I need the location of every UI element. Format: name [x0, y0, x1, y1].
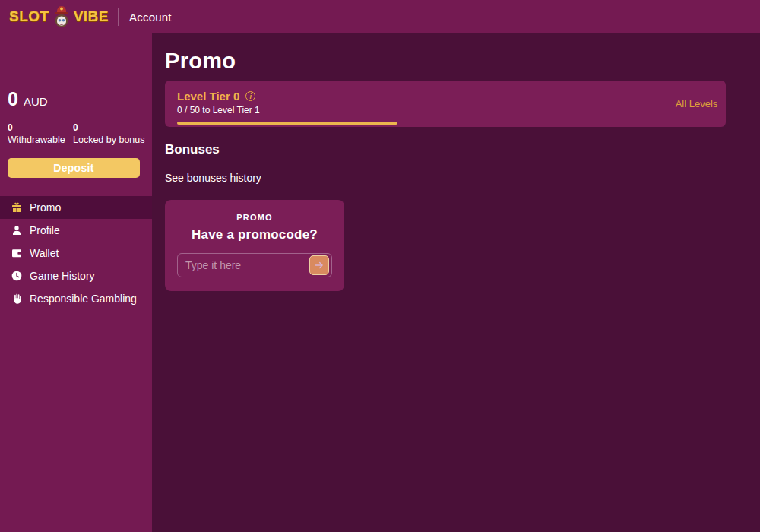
level-tier-info: Level Tier 0 0 / 50 to Level Tier 1 — [165, 81, 667, 127]
locked-balance: 0 Locked by bonus — [73, 122, 138, 145]
header: SLOT VIBE Account — [0, 0, 760, 33]
info-icon[interactable] — [245, 91, 255, 101]
level-progress-bar — [177, 122, 397, 125]
wallet-icon — [11, 247, 23, 259]
sidebar-item-label: Promo — [30, 201, 61, 214]
sidebar-item-profile[interactable]: Profile — [0, 219, 152, 242]
promocode-card: PROMO Have a promocode? — [165, 200, 344, 291]
promo-badge: PROMO — [177, 213, 332, 222]
all-levels-button[interactable]: All Levels — [667, 90, 726, 118]
locked-value: 0 — [73, 122, 138, 133]
bonuses-heading: Bonuses — [165, 142, 726, 157]
clock-icon — [11, 270, 23, 282]
sidebar-item-promo[interactable]: Promo — [0, 196, 152, 219]
bonuses-history-link[interactable]: See bonuses history — [165, 172, 261, 184]
level-progress-text: 0 / 50 to Level Tier 1 — [177, 105, 654, 116]
user-icon — [11, 224, 23, 236]
sidebar-item-label: Game History — [30, 270, 95, 282]
logo-mascot-icon — [51, 5, 72, 29]
page-title: Promo — [165, 49, 726, 74]
all-levels-label: All Levels — [676, 98, 718, 109]
level-tier-title: Level Tier 0 — [177, 90, 239, 103]
main-content: Promo Level Tier 0 0 / 50 to Level Tier … — [152, 33, 760, 532]
balance-detail: 0 Withdrawable 0 Locked by bonus — [8, 122, 144, 145]
header-divider — [118, 8, 119, 26]
balance-summary: 0 AUD — [8, 88, 144, 110]
gift-icon — [11, 201, 23, 214]
sidebar-item-label: Responsible Gambling — [30, 293, 137, 305]
withdrawable-label: Withdrawable — [8, 135, 73, 145]
sidebar-item-responsible-gambling[interactable]: Responsible Gambling — [0, 287, 152, 310]
sidebar-item-label: Wallet — [30, 247, 59, 259]
hand-icon — [11, 293, 23, 305]
arrow-right-icon — [314, 260, 325, 271]
level-tier-card: Level Tier 0 0 / 50 to Level Tier 1 All … — [165, 81, 726, 127]
promocode-submit-button[interactable] — [309, 255, 329, 275]
logo[interactable]: SLOT VIBE — [9, 5, 109, 29]
sidebar-menu: Promo Profile Wallet — [0, 196, 152, 310]
sidebar: 0 AUD 0 Withdrawable 0 Locked by bonus D… — [0, 33, 152, 532]
sidebar-item-wallet[interactable]: Wallet — [0, 242, 152, 264]
balance-amount: 0 — [8, 88, 18, 110]
locked-label: Locked by bonus — [73, 135, 138, 145]
sidebar-item-label: Profile — [30, 224, 60, 236]
logo-text-vibe: VIBE — [74, 8, 109, 25]
promocode-input-wrap — [177, 253, 332, 277]
account-title: Account — [129, 11, 172, 24]
promocode-heading: Have a promocode? — [177, 227, 332, 242]
deposit-button[interactable]: Deposit — [8, 158, 140, 178]
logo-text-slot: SLOT — [9, 8, 49, 25]
sidebar-item-game-history[interactable]: Game History — [0, 264, 152, 287]
withdrawable-value: 0 — [8, 122, 73, 133]
withdrawable-balance: 0 Withdrawable — [8, 122, 73, 145]
balance-currency: AUD — [24, 95, 48, 108]
